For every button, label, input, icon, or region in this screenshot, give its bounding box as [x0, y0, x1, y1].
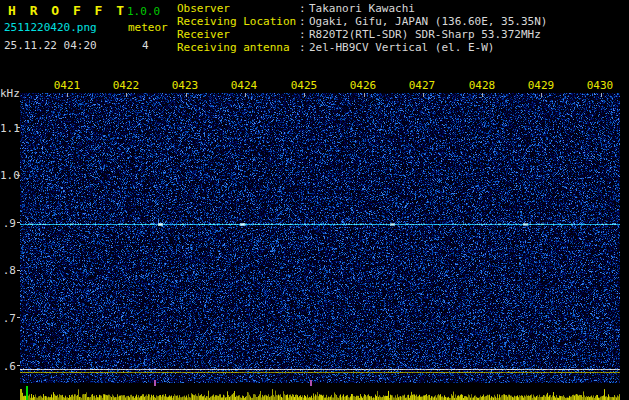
mode-label: meteor	[128, 21, 168, 34]
minute-marker-magenta	[154, 380, 156, 386]
app-title: H R O F F T	[8, 3, 127, 18]
output-filename: 2511220420.png	[4, 21, 97, 34]
info-row-location: Receiving Location:Ogaki, Gifu, JAPAN (1…	[177, 15, 629, 28]
y-axis-label: 1.0	[0, 169, 16, 182]
info-value: Takanori Kawachi	[309, 2, 415, 15]
info-separator: :	[299, 41, 309, 54]
info-separator: :	[299, 15, 309, 28]
info-row-observer: Observer:Takanori Kawachi	[177, 2, 629, 15]
info-separator: :	[299, 2, 309, 15]
info-label: Receiving antenna	[177, 41, 299, 54]
x-axis-label: 0421	[54, 79, 81, 92]
info-value: Ogaki, Gifu, JAPAN (136.60E, 35.35N)	[309, 15, 547, 28]
meteor-count: 4	[142, 39, 149, 52]
y-axis-label: 1.1	[0, 122, 16, 135]
station-info-panel: Observer:Takanori Kawachi Receiving Loca…	[177, 2, 629, 54]
y-axis-label: .7	[0, 312, 16, 325]
info-value: 2el-HB9CV Vertical (el. E-W)	[309, 41, 494, 54]
x-axis-label: 0422	[113, 79, 140, 92]
timestamp: 25.11.22 04:20	[4, 39, 97, 52]
x-axis-label: 0427	[409, 79, 436, 92]
info-row-antenna: Receiving antenna:2el-HB9CV Vertical (el…	[177, 41, 629, 54]
x-axis-label: 0428	[469, 79, 496, 92]
app-version: 1.0.0	[127, 5, 160, 18]
info-value: R820T2(RTL-SDR) SDR-Sharp 53.372MHz	[309, 28, 541, 41]
x-axis-label: 0429	[528, 79, 555, 92]
spectrogram-canvas	[20, 93, 620, 383]
signal-level-strip	[20, 385, 620, 400]
x-axis-label: 0423	[172, 79, 199, 92]
info-label: Observer	[177, 2, 299, 15]
y-axis-unit: kHz	[0, 87, 16, 100]
y-axis-label: .9	[0, 217, 16, 230]
y-axis-label: .8	[0, 264, 16, 277]
x-axis-label: 0425	[291, 79, 318, 92]
x-axis-label: 0430	[587, 79, 614, 92]
x-axis-label: 0426	[350, 79, 377, 92]
info-row-receiver: Receiver:R820T2(RTL-SDR) SDR-Sharp 53.37…	[177, 28, 629, 41]
hrofft-screen: H R O F F T 1.0.0 2511220420.png meteor …	[0, 0, 629, 400]
info-label: Receiver	[177, 28, 299, 41]
minute-marker-magenta	[310, 380, 312, 386]
x-axis-label: 0424	[231, 79, 258, 92]
info-separator: :	[299, 28, 309, 41]
y-axis-label: .6	[0, 360, 16, 373]
info-label: Receiving Location	[177, 15, 299, 28]
